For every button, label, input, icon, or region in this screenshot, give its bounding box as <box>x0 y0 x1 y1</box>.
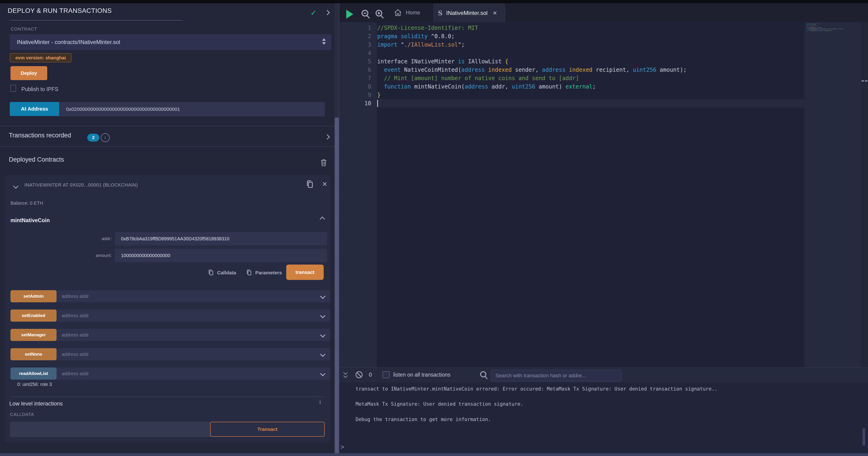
transactions-recorded-label: Transactions recorded <box>9 132 71 139</box>
line-number: 10 <box>339 99 371 108</box>
check-icon: ✓ <box>310 8 317 17</box>
terminal-prompt: > <box>341 444 344 450</box>
setadmin-button[interactable]: setAdmin <box>10 290 57 302</box>
overview-ruler-marker <box>865 80 868 82</box>
code-line-5: interface INativeMinter is IAllowList { <box>377 57 508 66</box>
line-number: 2 <box>339 32 371 40</box>
panel-collapse-chevron-icon[interactable] <box>324 10 330 16</box>
code-line-3: import "./IAllowList.sol"; <box>377 40 465 49</box>
minimap-code: //SPDX-License-Identifier: MITpragma sol… <box>807 23 862 33</box>
transact-button[interactable]: transact <box>286 264 324 280</box>
amount-label: amount: <box>77 253 112 258</box>
deploy-button[interactable]: Deploy <box>10 66 47 80</box>
setmanager-button[interactable]: setManager <box>10 329 57 341</box>
contract-select[interactable]: INativeMinter - contracts/INativeMinter.… <box>10 34 331 50</box>
at-address-row: At Address <box>10 102 325 116</box>
info-icon: i <box>101 133 110 142</box>
home-icon <box>394 9 402 17</box>
line-number: 3 <box>339 40 371 49</box>
deployed-contracts-label: Deployed Contracts <box>9 156 64 163</box>
remix-ide-window: DEPLOY & RUN TRANSACTIONS ✓ CONTRACT INa… <box>0 0 868 456</box>
line-number: 1 <box>339 24 371 32</box>
addr-input[interactable] <box>115 232 327 246</box>
calldata-copy-action[interactable]: Calldata <box>208 269 236 276</box>
low-level-interactions-label: Low level interactions <box>9 400 63 407</box>
at-address-input[interactable] <box>59 102 325 116</box>
deployed-contract-card: INATIVEMINTER AT 0X020...00001 (BLOCKCHA… <box>5 175 330 443</box>
transactions-expand-chevron-icon[interactable] <box>324 134 330 140</box>
terminal-line: transact to INativeMinter.mintNativeCoin… <box>355 386 717 392</box>
function-row-setadmin: setAdmin <box>10 290 324 302</box>
at-address-button[interactable]: At Address <box>10 102 59 116</box>
setenabled-button[interactable]: setEnabled <box>10 310 57 322</box>
function-row-setenabled: setEnabled <box>10 310 324 322</box>
zoom-out-icon[interactable] <box>361 9 370 20</box>
select-arrows-icon <box>322 38 326 45</box>
publish-ipfs-label: Publish to IPFS <box>22 86 58 92</box>
double-chevron-down-icon[interactable] <box>344 371 347 377</box>
line-number: 5 <box>339 57 371 66</box>
terminal-line: MetaMask Tx Signature: User denied trans… <box>355 401 523 407</box>
zoom-in-icon[interactable] <box>375 9 384 20</box>
function-collapse-chevron-icon[interactable] <box>320 217 325 222</box>
readallowlist-result: 0: uint256: role 3 <box>17 382 52 387</box>
play-icon[interactable] <box>346 10 353 19</box>
info-icon: i <box>319 398 321 405</box>
listen-all-transactions-label: listen on all transactions <box>393 372 450 378</box>
divider <box>0 146 335 147</box>
listen-all-transactions-checkbox[interactable] <box>382 371 390 378</box>
overview-ruler[interactable] <box>861 22 868 367</box>
copy-icon <box>208 269 214 276</box>
copy-icon <box>246 269 252 276</box>
code-line-1: //SPDX-License-Identifier: MIT <box>377 24 478 32</box>
amount-input[interactable] <box>115 249 327 262</box>
divider <box>10 397 323 397</box>
contract-instance-title[interactable]: INATIVEMINTER AT 0X020...00001 (BLOCKCHA… <box>25 182 138 188</box>
solidity-icon: S <box>438 9 443 17</box>
setadmin-input[interactable] <box>57 290 330 302</box>
terminal-scrollbar[interactable] <box>862 428 865 446</box>
addr-label: addr: <box>77 236 112 241</box>
readallowlist-button[interactable]: readAllowList <box>10 368 57 380</box>
close-icon[interactable]: ✕ <box>493 10 497 16</box>
copy-icon[interactable] <box>306 180 314 189</box>
panel-resize-handle[interactable] <box>335 118 339 453</box>
ban-icon[interactable] <box>355 371 363 379</box>
code-line-8: function mintNativeCoin(address addr, ui… <box>377 82 596 91</box>
pending-tx-count: 0 <box>369 372 372 378</box>
trash-icon[interactable] <box>320 159 327 167</box>
close-icon[interactable]: ✕ <box>322 180 328 188</box>
text-cursor <box>377 100 378 107</box>
tab-inativeminter-sol[interactable]: S INativeMinter.sol ✕ <box>434 4 505 22</box>
contract-balance: Balance: 0 ETH <box>10 201 43 206</box>
setnone-button[interactable]: setNone <box>10 348 57 360</box>
panel-title: DEPLOY & RUN TRANSACTIONS <box>8 7 112 15</box>
low-level-transact-button[interactable]: Transact <box>210 422 324 437</box>
parameters-copy-action[interactable]: Parameters <box>246 269 282 276</box>
code-line-2: pragma solidity ^0.8.0; <box>377 32 455 40</box>
current-line-highlight <box>377 99 804 108</box>
contract-label: CONTRACT <box>11 27 37 32</box>
contract-collapse-chevron-icon[interactable] <box>13 183 19 189</box>
setnone-input[interactable] <box>57 348 330 360</box>
line-number: 4 <box>339 49 371 57</box>
amount-field-row: amount: <box>77 249 327 262</box>
search-icon <box>479 371 488 380</box>
line-number: 7 <box>339 74 371 82</box>
code-line-9: } <box>377 91 380 99</box>
deploy-run-panel: DEPLOY & RUN TRANSACTIONS ✓ CONTRACT INa… <box>0 3 335 453</box>
line-number: 9 <box>339 91 371 99</box>
low-level-calldata-input[interactable] <box>10 422 211 437</box>
setenabled-input[interactable] <box>57 310 330 322</box>
code-line-6: event NativeCoinMinted(address indexed s… <box>377 66 686 74</box>
line-number: 8 <box>339 82 371 91</box>
publish-ipfs-checkbox[interactable] <box>10 85 16 92</box>
setmanager-input[interactable] <box>57 329 330 341</box>
readallowlist-input[interactable] <box>57 368 330 380</box>
terminal-search-input[interactable] <box>491 370 622 381</box>
transactions-count-badge: 2 <box>87 134 99 142</box>
function-row-setnone: setNone <box>10 348 324 360</box>
tab-home[interactable]: Home <box>389 3 425 22</box>
minimap[interactable] <box>804 22 861 367</box>
calldata-label: CALLDATA <box>10 412 34 417</box>
